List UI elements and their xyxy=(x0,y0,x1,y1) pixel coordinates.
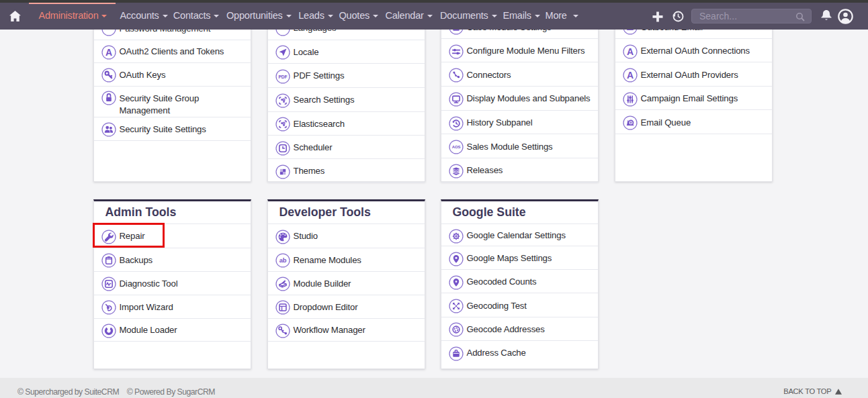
svg-text:A: A xyxy=(627,46,634,56)
svg-text:A: A xyxy=(627,70,634,81)
svg-text:ab: ab xyxy=(279,258,287,264)
svg-text:A: A xyxy=(105,47,112,58)
svg-text:PDF: PDF xyxy=(279,74,288,79)
svg-text:AOS: AOS xyxy=(452,145,461,149)
